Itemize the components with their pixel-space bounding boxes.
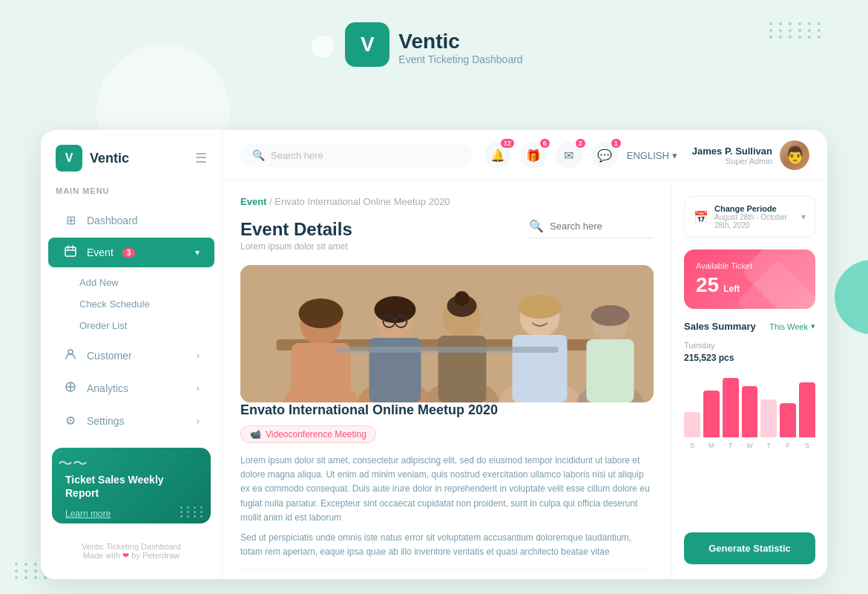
user-name: James P. Sullivan bbox=[692, 146, 772, 157]
sidebar-event-label: Event bbox=[87, 247, 114, 258]
notification-gift[interactable]: 🎁 6 bbox=[520, 142, 547, 169]
user-role: Super Admin bbox=[692, 157, 772, 166]
svg-point-25 bbox=[455, 291, 470, 306]
sidebar-logo: V bbox=[56, 145, 82, 172]
bar-W-3 bbox=[742, 386, 758, 437]
notification-mail[interactable]: ✉ 2 bbox=[556, 142, 582, 169]
customer-chevron-icon: › bbox=[197, 350, 200, 361]
svg-point-29 bbox=[518, 295, 562, 319]
promo-wave-icon: 〜〜 bbox=[58, 454, 88, 474]
event-chevron-icon: ▾ bbox=[195, 247, 200, 258]
gift-badge: 6 bbox=[540, 139, 550, 148]
bar-T-2 bbox=[723, 378, 739, 437]
app-name: Ventic bbox=[398, 30, 522, 53]
dashboard-icon: ⊞ bbox=[63, 213, 78, 227]
bar-S-0 bbox=[684, 412, 700, 437]
app-subtitle: Event Ticketing Dashboard bbox=[398, 53, 522, 65]
content-header: Event Details Lorem ipsum dolor sit amet… bbox=[240, 219, 654, 252]
event-tag: 📹 Videoconference Meeting bbox=[240, 425, 376, 443]
sales-day-amount: 215,523 pcs bbox=[684, 353, 815, 363]
svg-point-33 bbox=[591, 305, 630, 326]
language-label: ENGLISH bbox=[627, 150, 669, 161]
content-search-icon: 🔍 bbox=[529, 219, 544, 233]
event-panel: Event / Envato International Online Meet… bbox=[223, 181, 671, 579]
search-placeholder: Search here bbox=[271, 150, 323, 161]
event-description-2: Sed ut perspiciatis unde omnis iste natu… bbox=[240, 531, 654, 559]
period-chevron-icon: ▾ bbox=[801, 212, 806, 222]
sidebar-analytics-label: Analytics bbox=[87, 382, 128, 394]
bar-label-5: F bbox=[780, 442, 796, 449]
subnav-order-list[interactable]: Oreder List bbox=[41, 315, 222, 336]
sales-bar-chart bbox=[684, 371, 815, 437]
topbar-search[interactable]: 🔍 Search here bbox=[240, 143, 473, 167]
sidebar: V Ventic ☰ MAIN MENU ⊞ Dashboard Event 3… bbox=[41, 130, 223, 579]
sidebar-item-customer[interactable]: Customer › bbox=[48, 341, 214, 371]
svg-rect-28 bbox=[513, 335, 568, 402]
bar-chart-labels: SMTWTFS bbox=[684, 442, 815, 449]
bg-dots-top-right bbox=[769, 22, 823, 39]
svg-rect-34 bbox=[336, 347, 559, 353]
bar-T-4 bbox=[760, 399, 777, 437]
right-panel: 📅 Change Periode August 28th - October 2… bbox=[671, 181, 827, 579]
sales-summary: Sales Summary This Week ▾ Tuesday 215,52… bbox=[684, 321, 815, 449]
main-menu-label: MAIN MENU bbox=[41, 186, 222, 204]
sidebar-item-analytics[interactable]: Analytics › bbox=[48, 373, 214, 403]
hamburger-menu[interactable]: ☰ bbox=[195, 150, 207, 166]
breadcrumb-current: Envato International Online Meetup 2020 bbox=[274, 196, 450, 207]
sidebar-footer: Ventic Ticketing Dashboard Made with ❤ b… bbox=[41, 535, 222, 564]
event-icon bbox=[63, 245, 78, 260]
svg-rect-32 bbox=[587, 339, 634, 402]
subnav-check-schedule[interactable]: Check Schedule bbox=[41, 293, 222, 315]
sidebar-item-event[interactable]: Event 3 ▾ bbox=[48, 238, 214, 267]
customer-icon bbox=[63, 348, 78, 363]
breadcrumb: Event / Envato International Online Meet… bbox=[240, 196, 654, 207]
content-search-input[interactable] bbox=[550, 221, 654, 232]
content-area: Event / Envato International Online Meet… bbox=[223, 181, 827, 579]
sidebar-item-dashboard[interactable]: ⊞ Dashboard bbox=[48, 206, 214, 235]
event-subnav: Add New Check Schedule Oreder List bbox=[41, 269, 222, 339]
bar-label-2: T bbox=[723, 442, 739, 449]
sales-title: Sales Summary bbox=[684, 321, 756, 332]
sidebar-settings-label: Settings bbox=[87, 415, 125, 427]
language-selector[interactable]: ENGLISH ▾ bbox=[627, 150, 677, 161]
sales-day-label: Tuesday bbox=[684, 341, 815, 350]
event-meta: $ Ticket Price $124,00 📅 Date Sunday, 12… bbox=[240, 569, 654, 579]
user-avatar: 👨 bbox=[780, 140, 809, 170]
bar-label-4: T bbox=[760, 442, 777, 449]
event-badge: 3 bbox=[122, 248, 136, 258]
promo-learn-more-link[interactable]: Learn more bbox=[65, 509, 111, 519]
breadcrumb-parent[interactable]: Event bbox=[240, 196, 266, 207]
sales-header: Sales Summary This Week ▾ bbox=[684, 321, 815, 332]
available-ticket-label: Available Ticket bbox=[696, 261, 803, 270]
bar-S-6 bbox=[799, 382, 815, 437]
subnav-add-new[interactable]: Add New bbox=[41, 272, 222, 293]
content-search-box[interactable]: 🔍 bbox=[529, 219, 654, 238]
promo-title: Ticket Sales Weekly Report bbox=[65, 473, 197, 500]
sidebar-item-settings[interactable]: ⚙ Settings › bbox=[48, 406, 214, 435]
ticket-suffix: Left bbox=[723, 284, 740, 294]
page-subtitle: Lorem ipsum dolor sit amet bbox=[240, 241, 352, 252]
analytics-icon bbox=[63, 381, 78, 396]
bar-label-1: M bbox=[703, 442, 720, 449]
sidebar-brand-name: Ventic bbox=[90, 151, 129, 166]
notification-chat[interactable]: 💬 1 bbox=[591, 142, 618, 169]
settings-chevron-icon: › bbox=[197, 416, 200, 426]
available-ticket-card: Available Ticket 25 Left bbox=[684, 249, 815, 309]
bar-M-1 bbox=[703, 391, 720, 437]
app-logo-mark: V bbox=[345, 22, 389, 67]
svg-point-4 bbox=[68, 350, 73, 354]
mail-badge: 2 bbox=[576, 139, 585, 148]
settings-icon: ⚙ bbox=[63, 414, 78, 428]
dashboard-container: V Ventic ☰ MAIN MENU ⊞ Dashboard Event 3… bbox=[41, 130, 827, 579]
topbar-icons: 🔔 12 🎁 6 ✉ 2 💬 1 ENGLISH ▾ bbox=[484, 140, 809, 170]
generate-statistic-button[interactable]: Generate Statistic bbox=[684, 532, 815, 564]
user-info: James P. Sullivan Super Admin 👨 bbox=[692, 140, 809, 170]
teal-accent-deco bbox=[835, 260, 868, 334]
topbar: 🔍 Search here 🔔 12 🎁 6 ✉ 2 💬 1 bbox=[223, 130, 827, 181]
bar-F-5 bbox=[780, 403, 796, 437]
bar-label-3: W bbox=[742, 442, 758, 449]
sales-period-selector[interactable]: This Week ▾ bbox=[769, 322, 815, 331]
period-selector[interactable]: 📅 Change Periode August 28th - October 2… bbox=[684, 196, 815, 238]
notification-bell[interactable]: 🔔 12 bbox=[484, 142, 511, 169]
bell-badge: 12 bbox=[501, 139, 514, 148]
